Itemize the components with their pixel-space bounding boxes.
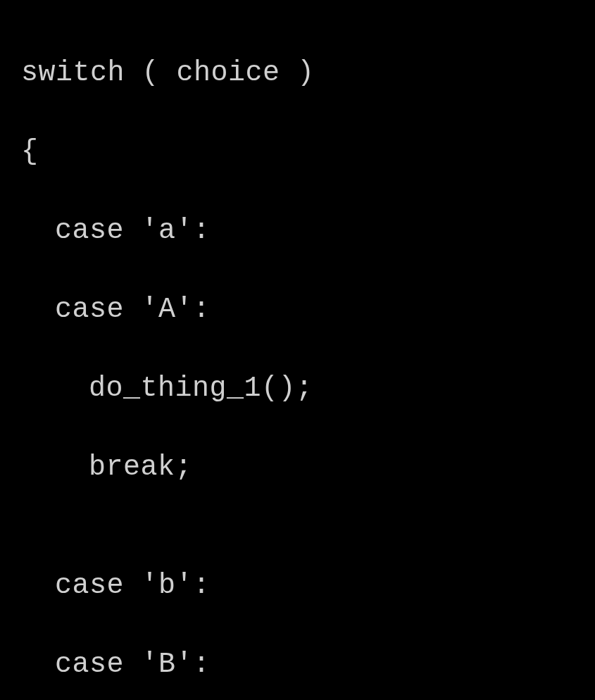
code-line: case 'B':: [21, 645, 574, 685]
code-line: case 'A':: [21, 290, 574, 330]
code-line: do_thing_1();: [21, 369, 574, 408]
code-line: case 'b':: [21, 566, 574, 606]
code-block: switch ( choice ) { case 'a': case 'A': …: [0, 0, 595, 700]
code-line: {: [21, 132, 574, 172]
code-line: case 'a':: [21, 211, 574, 251]
code-line: switch ( choice ): [21, 54, 574, 93]
code-line: break;: [21, 448, 574, 487]
